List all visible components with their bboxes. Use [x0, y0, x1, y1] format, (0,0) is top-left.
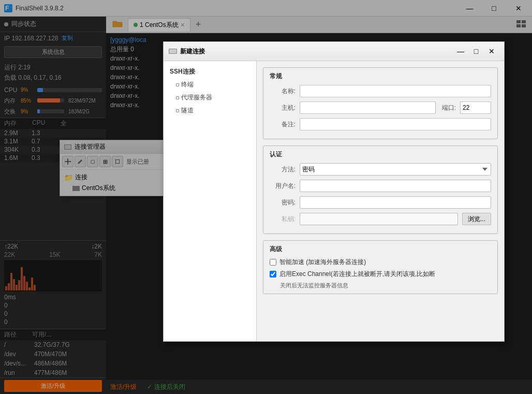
dialog-overlay: 新建连接 — □ ✕ SSH连接 终端 代理服务器	[0, 0, 532, 394]
nav-proxy[interactable]: 代理服务器	[164, 91, 256, 104]
general-section: 常规 名称: 主机: 端口: 备注:	[263, 67, 498, 139]
private-key-input[interactable]	[300, 213, 458, 225]
browse-button[interactable]: 浏览...	[462, 213, 491, 225]
remarks-label: 备注:	[270, 120, 295, 129]
private-key-label: 私钥:	[270, 215, 295, 224]
port-input[interactable]	[460, 101, 491, 114]
svg-rect-11	[169, 49, 176, 53]
smart-accel-label: 智能加速 (加速海外服务器连接)	[279, 258, 366, 267]
bullet-icon	[176, 83, 179, 86]
password-input[interactable]	[300, 196, 491, 209]
bullet-icon	[176, 109, 179, 112]
private-key-row: 私钥: 浏览...	[270, 213, 491, 225]
host-row: 主机: 端口:	[270, 101, 491, 114]
name-input[interactable]	[300, 85, 491, 97]
dialog-maximize-button[interactable]: □	[469, 45, 483, 57]
advanced-section: 高级 智能加速 (加速海外服务器连接) 启用Exec Channel(若连接上就…	[263, 240, 498, 294]
remarks-input[interactable]	[300, 118, 491, 130]
method-label: 方法:	[270, 165, 295, 174]
exec-channel-note: 关闭后无法监控服务器信息	[270, 282, 491, 289]
host-input[interactable]	[300, 101, 436, 114]
auth-section: 认证 方法: 密码 公钥 用户名: 密码:	[263, 145, 498, 234]
username-label: 用户名:	[270, 182, 295, 191]
dialog-minimize-button[interactable]: —	[453, 45, 468, 57]
nav-terminal[interactable]: 终端	[164, 78, 256, 91]
dialog-right-form: 常规 名称: 主机: 端口: 备注:	[257, 61, 504, 341]
exec-channel-row: 启用Exec Channel(若连接上就被断开,请关闭该项,比如断	[270, 270, 491, 279]
username-input[interactable]	[300, 180, 491, 192]
port-label: 端口:	[442, 104, 456, 112]
username-row: 用户名:	[270, 180, 491, 192]
dialog-icon	[169, 48, 177, 55]
new-connection-dialog: 新建连接 — □ ✕ SSH连接 终端 代理服务器	[163, 41, 505, 342]
general-section-title: 常规	[270, 72, 491, 81]
proxy-nav-label: 代理服务器	[181, 93, 212, 102]
dialog-left-nav: SSH连接 终端 代理服务器 隧道	[164, 61, 257, 341]
name-row: 名称:	[270, 85, 491, 97]
exec-channel-label: 启用Exec Channel(若连接上就被断开,请关闭该项,比如断	[279, 270, 435, 279]
dialog-body: SSH连接 终端 代理服务器 隧道 常规	[164, 61, 504, 341]
tunnel-nav-label: 隧道	[181, 106, 194, 115]
smart-accel-checkbox[interactable]	[270, 259, 276, 266]
method-row: 方法: 密码 公钥	[270, 163, 491, 176]
smart-accel-row: 智能加速 (加速海外服务器连接)	[270, 258, 491, 267]
ssh-section-label: SSH连接	[164, 65, 256, 78]
password-row: 密码:	[270, 196, 491, 209]
bullet-icon	[176, 96, 179, 99]
password-label: 密码:	[270, 198, 295, 207]
terminal-nav-label: 终端	[181, 80, 194, 89]
nav-tunnel[interactable]: 隧道	[164, 104, 256, 117]
dialog-controls: — □ ✕	[453, 45, 499, 57]
exec-channel-checkbox[interactable]	[270, 271, 276, 278]
dialog-title-text: 新建连接	[180, 47, 205, 56]
host-label: 主机:	[270, 104, 295, 112]
advanced-title: 高级	[270, 245, 491, 254]
dialog-title-bar: 新建连接 — □ ✕	[164, 42, 504, 61]
dialog-close-button[interactable]: ✕	[484, 45, 499, 57]
method-select[interactable]: 密码 公钥	[300, 163, 491, 176]
remarks-row: 备注:	[270, 118, 491, 130]
name-label: 名称:	[270, 87, 295, 96]
auth-section-title: 认证	[270, 150, 491, 159]
